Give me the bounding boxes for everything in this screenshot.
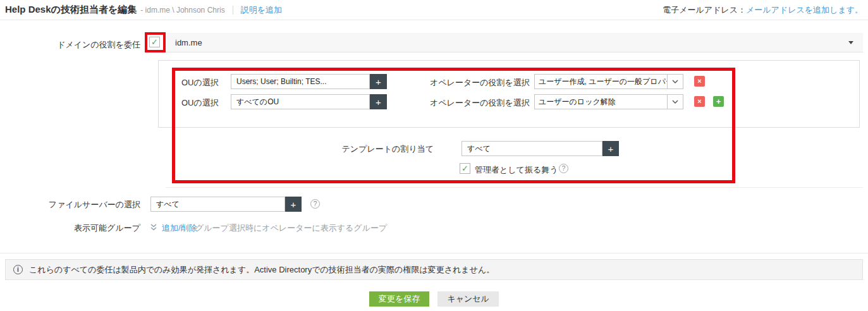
- plus-icon: +: [291, 200, 296, 209]
- footer-actions: 変更を保存 キャンセル: [0, 291, 868, 307]
- cancel-button[interactable]: キャンセル: [437, 291, 499, 307]
- checkmark-icon: ✓: [462, 164, 468, 173]
- ou-picker-button[interactable]: +: [370, 74, 387, 89]
- email-section: 電子メールアドレス： メールアドレスを追加します。: [663, 4, 863, 16]
- template-picker-button[interactable]: +: [602, 141, 619, 156]
- add-email-link[interactable]: メールアドレスを追加します。: [746, 4, 863, 16]
- ou-select-label: OUの選択: [181, 97, 219, 109]
- remove-row-button[interactable]: ×: [694, 76, 705, 87]
- question-mark: ?: [314, 200, 317, 207]
- info-bar: i これらのすべての委任は製品内でのみ効果が発揮されます。Active Dire…: [5, 259, 863, 280]
- file-server-picker-button[interactable]: +: [285, 197, 302, 212]
- ou-select-label: OUの選択: [181, 77, 219, 88]
- visible-groups-hint: グループ選択時にオペレーターに表示するグループ: [195, 223, 387, 234]
- operator-role-label: オペレーターの役割を選択: [430, 77, 530, 88]
- plus-icon: +: [608, 144, 614, 154]
- operator-role-select[interactable]: ユーザー作成, ユーザーの一般プロパティ: [534, 74, 683, 89]
- file-server-label: ファイルサーバーの選択: [0, 199, 140, 210]
- operator-role-select[interactable]: ユーザーのロック解除: [534, 94, 683, 109]
- act-as-admin-checkbox[interactable]: ✓: [460, 163, 470, 174]
- header-divider: [233, 6, 233, 15]
- double-chevron-down-icon[interactable]: [150, 223, 157, 233]
- info-glyph: i: [17, 266, 19, 273]
- question-mark: ?: [562, 165, 566, 172]
- file-server-value: すべて: [156, 199, 180, 210]
- ou-select-input[interactable]: Users; User; Builtin; TES...: [231, 74, 370, 89]
- domain-name: idm.me: [175, 38, 202, 47]
- add-description-link[interactable]: 説明を追加: [241, 4, 282, 16]
- save-changes-button[interactable]: 変更を保存: [369, 291, 429, 307]
- operator-role-value: ユーザーのロック解除: [535, 95, 667, 109]
- template-value: すべて: [467, 143, 491, 154]
- help-icon[interactable]: ?: [310, 199, 320, 209]
- section-divider: [0, 253, 868, 253]
- edit-helpdesk-technician-page: Help Deskの技術担当者を編集 - idm.me \ Johnson Ch…: [0, 0, 868, 311]
- chevron-down-icon[interactable]: [667, 95, 683, 109]
- template-assignment-label: テンプレートの割り当て: [310, 143, 434, 155]
- domain-delegation-checkbox[interactable]: ✓: [149, 37, 160, 47]
- plus-icon: +: [376, 97, 381, 107]
- add-row-button[interactable]: +: [713, 96, 724, 107]
- page-header: Help Deskの技術担当者を編集 - idm.me \ Johnson Ch…: [0, 0, 868, 20]
- template-input[interactable]: すべて: [462, 141, 602, 156]
- ou-select-input[interactable]: すべてのOU: [231, 94, 370, 109]
- checkmark-icon: ✓: [151, 38, 158, 46]
- info-icon: i: [13, 265, 23, 274]
- email-label: 電子メールアドレス：: [663, 4, 746, 16]
- accordion-bottom-border: [166, 187, 863, 188]
- act-as-admin-label: 管理者として振る舞う: [475, 164, 558, 176]
- info-text: これらのすべての委任は製品内でのみ効果が発揮されます。Active Direct…: [29, 264, 494, 276]
- ou-select-value: すべてのOU: [236, 97, 279, 107]
- domain-delegation-label: ドメインの役割を委任: [0, 39, 140, 51]
- domain-accordion-header[interactable]: idm.me: [166, 33, 863, 52]
- plus-icon: +: [716, 97, 721, 106]
- chevron-down-icon[interactable]: [667, 75, 683, 88]
- help-icon[interactable]: ?: [559, 164, 568, 173]
- operator-role-label: オペレーターの役割を選択: [430, 97, 530, 109]
- ou-select-value: Users; User; Builtin; TES...: [236, 77, 326, 86]
- page-title: Help Deskの技術担当者を編集: [5, 4, 137, 16]
- plus-icon: +: [376, 77, 381, 87]
- file-server-input[interactable]: すべて: [150, 197, 285, 212]
- close-icon: ×: [697, 78, 701, 85]
- remove-row-button[interactable]: ×: [694, 96, 705, 107]
- technician-identity: - idm.me \ Johnson Chris: [140, 6, 224, 15]
- close-icon: ×: [697, 98, 701, 105]
- operator-role-value: ユーザー作成, ユーザーの一般プロパティ: [535, 75, 667, 88]
- chevron-down-icon[interactable]: [848, 41, 853, 44]
- add-remove-groups-link[interactable]: 追加/削除: [162, 223, 197, 234]
- visible-groups-label: 表示可能グループ: [0, 223, 140, 234]
- ou-picker-button[interactable]: +: [370, 94, 387, 109]
